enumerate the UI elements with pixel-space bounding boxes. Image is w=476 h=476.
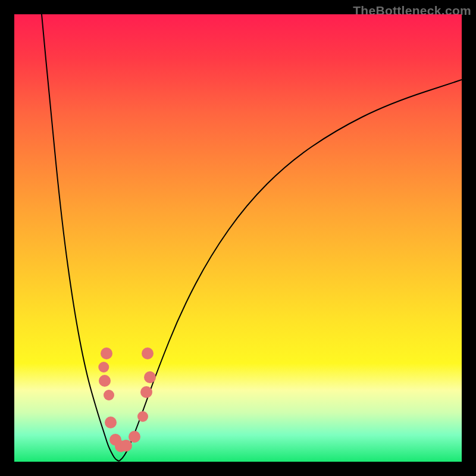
marker-dot [137, 411, 148, 422]
marker-dot [101, 347, 112, 359]
marker-dot [120, 440, 132, 452]
marker-dot [140, 386, 152, 398]
marker-dot [129, 431, 140, 443]
marker-dot [99, 375, 111, 387]
curve-svg [14, 14, 462, 462]
marker-dot [104, 390, 114, 400]
marker-dot [98, 362, 109, 372]
gradient-frame [14, 14, 462, 462]
marker-dot [105, 416, 117, 428]
marker-dot [144, 371, 156, 383]
chart-container: TheBottleneck.com [0, 0, 476, 476]
curve-right-branch [119, 80, 462, 461]
marker-dot [142, 347, 154, 359]
